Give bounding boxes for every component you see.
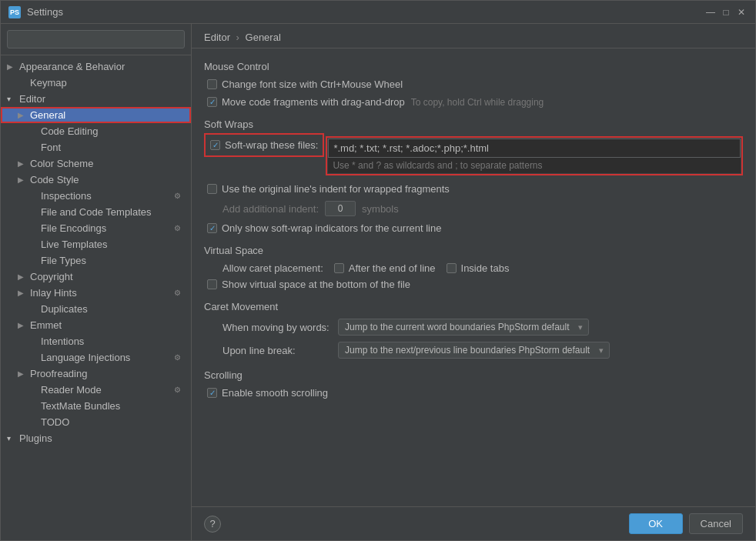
sidebar-item-appearance[interactable]: ▶ Appearance & Behavior (1, 58, 191, 75)
sidebar-item-intentions[interactable]: Intentions (1, 333, 191, 349)
only-show-label[interactable]: Only show soft-wrap indicators for the c… (207, 222, 441, 234)
sidebar-item-label: Intentions (41, 336, 84, 347)
arrow-icon: ▶ (18, 369, 28, 378)
sidebar-item-font[interactable]: Font (1, 139, 191, 155)
panel-header: Editor › General (192, 24, 755, 48)
arrow-icon: ▶ (7, 62, 18, 71)
sidebar-item-general[interactable]: ▶ General (1, 107, 191, 123)
sidebar: ▶ Appearance & Behavior Keymap ▾ Editor … (1, 24, 192, 540)
sidebar-item-duplicates[interactable]: Duplicates (1, 301, 191, 317)
smooth-scroll-label[interactable]: Enable smooth scrolling (207, 387, 328, 399)
sidebar-item-label: TextMate Bundles (41, 400, 120, 412)
search-area (1, 24, 191, 55)
sidebar-item-label: Keymap (30, 77, 67, 88)
sidebar-item-language-injections[interactable]: Language Injections ⚙ (1, 349, 191, 366)
sidebar-item-todo[interactable]: TODO (1, 414, 191, 430)
sidebar-item-label: Code Style (30, 174, 79, 185)
only-show-checkbox[interactable] (207, 223, 217, 233)
sidebar-item-label: Copyright (30, 271, 73, 282)
inside-tabs-checkbox[interactable] (447, 263, 457, 273)
upon-break-row: Upon line break: Jump to the next/previo… (204, 342, 743, 359)
maximize-button[interactable]: □ (720, 6, 732, 18)
sidebar-item-color-scheme[interactable]: ▶ Color Scheme (1, 155, 191, 172)
sidebar-item-keymap[interactable]: Keymap (1, 75, 191, 91)
font-size-ctrl-label[interactable]: Change font size with Ctrl+Mouse Wheel (207, 78, 403, 90)
sidebar-item-copyright[interactable]: ▶ Copyright (1, 269, 191, 285)
sidebar-item-file-code-templates[interactable]: File and Code Templates (1, 204, 191, 220)
sidebar-item-file-encodings[interactable]: File Encodings ⚙ (1, 220, 191, 236)
inside-tabs-text: Inside tabs (461, 262, 510, 274)
sidebar-item-file-types[interactable]: File Types (1, 252, 191, 269)
add-indent-row: Add additional indent: symbols (204, 201, 743, 216)
sidebar-item-emmet[interactable]: ▶ Emmet (1, 317, 191, 333)
only-show-row: Only show soft-wrap indicators for the c… (204, 222, 743, 234)
softwrap-checkbox[interactable] (210, 140, 220, 150)
after-end-checkbox[interactable] (334, 263, 344, 273)
sidebar-item-label: TODO (41, 416, 69, 428)
add-indent-input[interactable] (325, 201, 356, 216)
sidebar-item-label: Proofreading (30, 368, 87, 379)
move-code-checkbox[interactable] (207, 97, 217, 107)
move-code-label[interactable]: Move code fragments with drag-and-drop (207, 96, 405, 108)
font-size-ctrl-checkbox[interactable] (207, 79, 217, 89)
minimize-button[interactable]: — (704, 6, 717, 18)
sidebar-item-label: File Encodings (41, 222, 106, 234)
use-indent-label[interactable]: Use the original line's indent for wrapp… (207, 183, 450, 195)
mouse-control-section-title: Mouse Control (204, 61, 743, 72)
sidebar-item-inlay-hints[interactable]: ▶ Inlay Hints ⚙ (1, 285, 191, 301)
sidebar-item-reader-mode[interactable]: Reader Mode ⚙ (1, 382, 191, 398)
after-end-text: After the end of line (349, 262, 436, 274)
sidebar-item-textmate-bundles[interactable]: TextMate Bundles (1, 398, 191, 414)
sidebar-item-label: File Types (41, 255, 86, 266)
sidebar-item-label: Editor (19, 93, 45, 105)
sidebar-item-label: Emmet (30, 319, 62, 331)
arrow-icon: ▾ (7, 434, 18, 442)
sidebar-item-code-editing[interactable]: Code Editing (1, 123, 191, 139)
content-area: ▶ Appearance & Behavior Keymap ▾ Editor … (1, 24, 755, 540)
arrow-icon: ▾ (7, 95, 18, 103)
show-virtual-text: Show virtual space at the bottom of the … (222, 279, 410, 290)
cancel-button[interactable]: Cancel (689, 513, 743, 534)
show-virtual-label[interactable]: Show virtual space at the bottom of the … (207, 279, 410, 290)
inside-tabs-label[interactable]: Inside tabs (447, 262, 510, 274)
when-moving-row: When moving by words: Jump to the curren… (204, 319, 743, 336)
breadcrumb-current: General (246, 32, 281, 43)
smooth-scroll-text: Enable smooth scrolling (222, 387, 328, 399)
softwrap-value[interactable]: *.md; *.txt; *.rst; *.adoc;*.php;*.html (328, 139, 741, 158)
help-button[interactable]: ? (204, 516, 221, 533)
sidebar-item-editor[interactable]: ▾ Editor (1, 91, 191, 107)
settings-icon: ⚙ (174, 353, 185, 362)
use-indent-checkbox[interactable] (207, 184, 217, 194)
show-virtual-checkbox[interactable] (207, 279, 217, 289)
sidebar-item-code-style[interactable]: ▶ Code Style (1, 172, 191, 188)
search-input[interactable] (7, 30, 185, 48)
sidebar-item-label: Font (41, 142, 61, 153)
upon-break-dropdown-wrap: Jump to the next/previous line boundarie… (338, 342, 610, 359)
only-show-text: Only show soft-wrap indicators for the c… (222, 222, 441, 234)
when-moving-select[interactable]: Jump to the current word boundaries PhpS… (338, 319, 589, 336)
ok-button[interactable]: OK (629, 513, 683, 534)
settings-icon: ⚙ (174, 192, 185, 200)
allow-caret-label: Allow caret placement: (222, 262, 323, 274)
settings-tree: ▶ Appearance & Behavior Keymap ▾ Editor … (1, 55, 191, 540)
sidebar-item-proofreading[interactable]: ▶ Proofreading (1, 366, 191, 382)
window-title: Settings (27, 6, 704, 18)
arrow-icon: ▶ (18, 321, 28, 329)
upon-break-label: Upon line break: (222, 345, 330, 356)
softwrap-container: Soft-wrap these files: *.md; *.txt; *.rs… (204, 136, 743, 175)
arrow-icon: ▶ (18, 111, 28, 119)
after-end-label[interactable]: After the end of line (334, 262, 436, 274)
upon-break-select[interactable]: Jump to the next/previous line boundarie… (338, 342, 610, 359)
when-moving-label: When moving by words: (222, 322, 330, 333)
close-button[interactable]: ✕ (735, 6, 748, 18)
bottom-bar: ? OK Cancel (192, 506, 755, 540)
smooth-scroll-checkbox[interactable] (207, 388, 217, 398)
sidebar-item-live-templates[interactable]: Live Templates (1, 236, 191, 252)
settings-window: PS Settings — □ ✕ ▶ Appearance & Behavio… (0, 0, 756, 541)
smooth-scroll-row: Enable smooth scrolling (204, 387, 743, 399)
sidebar-item-plugins[interactable]: ▾ Plugins (1, 430, 191, 446)
show-virtual-row: Show virtual space at the bottom of the … (204, 279, 743, 290)
sidebar-item-inspections[interactable]: Inspections ⚙ (1, 188, 191, 204)
softwrap-input-wrap: *.md; *.txt; *.rst; *.adoc;*.php;*.html … (326, 136, 743, 175)
softwrap-label[interactable]: Soft-wrap these files: (207, 136, 321, 154)
